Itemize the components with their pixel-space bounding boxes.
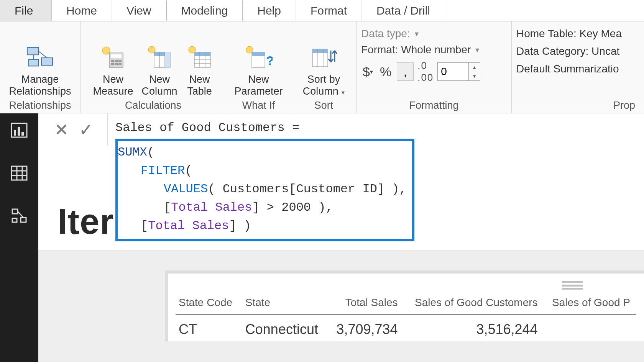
col-state[interactable]: State [242, 293, 329, 315]
decimal-places-spinner[interactable]: ▲▼ [437, 62, 480, 81]
page-title: Iter [58, 201, 114, 242]
measure-ref: Total Sales [171, 200, 252, 215]
formula-editor[interactable]: Sales of Good Customers = SUMX( FILTER( … [108, 113, 644, 251]
cell-total: 3,709,734 [329, 315, 404, 342]
svg-rect-11 [111, 63, 114, 65]
tab-format[interactable]: Format [296, 0, 362, 21]
data-type-label: Data type: [361, 28, 410, 40]
tab-data-drill[interactable]: Data / Drill [362, 0, 445, 21]
svg-rect-12 [115, 63, 118, 65]
new-measure-label: New Measure [93, 74, 133, 97]
ribbon-group-whatif: ? New Parameter What If [226, 21, 291, 113]
cancel-formula-button[interactable]: ✕ [49, 117, 74, 142]
ribbon: Manage Relationships Relationships New M… [0, 21, 644, 113]
format-label: Format: Whole number [361, 44, 471, 56]
svg-rect-22 [194, 52, 210, 56]
fn-filter: FILTER [141, 164, 185, 178]
column-icon [146, 44, 173, 71]
relationships-icon [26, 44, 54, 71]
cell-good-p [544, 315, 636, 342]
svg-rect-8 [111, 60, 114, 62]
svg-text:?: ? [266, 53, 273, 68]
data-view-icon[interactable] [9, 163, 29, 183]
formula-bar: ✕ ✓ Sales of Good Customers = SUMX( FILT… [38, 113, 644, 251]
chevron-down-icon: ▾ [415, 29, 419, 38]
tab-view[interactable]: View [112, 0, 166, 21]
model-view-icon[interactable] [9, 206, 29, 226]
svg-rect-44 [12, 209, 18, 214]
chevron-down-icon: ▾ [475, 45, 479, 54]
commit-formula-button[interactable]: ✓ [74, 117, 98, 142]
svg-rect-9 [115, 60, 118, 62]
svg-rect-7 [111, 54, 122, 58]
threshold-value: 2000 [281, 200, 311, 215]
currency-format-button[interactable]: $ ▾ [361, 64, 375, 79]
ribbon-group-relationships: Manage Relationships Relationships [0, 21, 80, 113]
ribbon-group-calculations: New Measure New Column [80, 21, 226, 113]
report-view-icon[interactable] [9, 120, 29, 140]
file-menu[interactable]: File [0, 0, 52, 21]
ribbon-group-sort: Sort by Column ▾ Sort [291, 21, 356, 113]
svg-rect-38 [21, 132, 24, 136]
ribbon-group-label-whatif: What If [231, 100, 286, 111]
formula-highlight-box: SUMX( FILTER( VALUES( Customers[Customer… [115, 139, 414, 241]
data-type-dropdown[interactable]: Data type: ▾ [361, 28, 507, 40]
svg-line-3 [38, 51, 47, 58]
drag-handle-icon[interactable] [562, 281, 583, 290]
spinner-down-icon[interactable]: ▼ [469, 72, 480, 80]
sort-icon [310, 44, 338, 71]
svg-line-47 [18, 211, 23, 218]
table-row[interactable]: CT Connecticut 3,709,734 3,516,244 [176, 315, 636, 342]
format-dropdown[interactable]: Format: Whole number ▾ [361, 44, 507, 56]
new-parameter-label: New Parameter [234, 74, 283, 97]
thousands-separator-button[interactable]: , [397, 62, 414, 81]
menubar: File Home View Modeling Help Format Data… [0, 0, 644, 21]
ribbon-group-label-calculations: Calculations [85, 100, 221, 111]
svg-rect-10 [118, 60, 122, 62]
svg-rect-1 [41, 58, 52, 65]
col-total-sales[interactable]: Total Sales [329, 293, 404, 315]
spinner-up-icon[interactable]: ▲ [469, 63, 480, 72]
new-table-label: New Table [187, 74, 212, 97]
tab-home[interactable]: Home [52, 0, 112, 21]
fn-values: VALUES [164, 182, 208, 196]
ribbon-group-properties: Home Table: Key Mea Data Category: Uncat… [512, 21, 640, 113]
view-switcher [0, 113, 38, 362]
data-table: State Code State Total Sales Sales of Go… [176, 293, 636, 341]
svg-rect-29 [252, 52, 265, 56]
home-table-label[interactable]: Home Table: Key Mea [516, 28, 635, 40]
ribbon-group-label-properties: Prop [516, 100, 635, 111]
new-column-button[interactable]: New Column [142, 44, 177, 97]
svg-rect-37 [18, 127, 20, 136]
svg-rect-45 [21, 218, 26, 222]
new-column-label: New Column [142, 74, 177, 97]
new-measure-button[interactable]: New Measure [93, 44, 133, 97]
svg-rect-19 [165, 52, 170, 67]
default-summarization-label[interactable]: Default Summarizatio [516, 63, 635, 75]
ribbon-group-label-relationships: Relationships [5, 100, 76, 111]
col-good-customers[interactable]: Sales of Good Customers [404, 293, 544, 315]
measure-icon [99, 44, 127, 71]
new-parameter-button[interactable]: ? New Parameter [234, 44, 283, 97]
manage-relationships-button[interactable]: Manage Relationships [9, 44, 71, 97]
svg-rect-2 [28, 59, 38, 66]
data-category-label[interactable]: Data Category: Uncat [516, 45, 635, 57]
decimal-places-input[interactable] [438, 63, 468, 80]
column-ref: Customers[Customer ID] [223, 182, 384, 196]
decimal-places-icon: .0.00 [417, 60, 434, 84]
table-visual[interactable]: State Code State Total Sales Sales of Go… [165, 270, 644, 341]
manage-relationships-label: Manage Relationships [9, 74, 71, 97]
sort-by-column-button[interactable]: Sort by Column ▾ [303, 44, 345, 97]
svg-point-5 [102, 47, 110, 54]
col-good-p[interactable]: Sales of Good P [544, 293, 636, 315]
tab-help[interactable]: Help [243, 0, 296, 21]
svg-rect-13 [118, 63, 122, 65]
svg-rect-32 [312, 49, 328, 53]
col-state-code[interactable]: State Code [176, 293, 242, 315]
tab-modeling[interactable]: Modeling [166, 0, 243, 21]
table-icon [186, 44, 214, 71]
measure-ref-2: Total Sales [148, 219, 229, 233]
formula-title-line: Sales of Good Customers = [115, 119, 636, 137]
new-table-button[interactable]: New Table [186, 44, 214, 97]
percent-format-button[interactable]: % [378, 64, 393, 79]
